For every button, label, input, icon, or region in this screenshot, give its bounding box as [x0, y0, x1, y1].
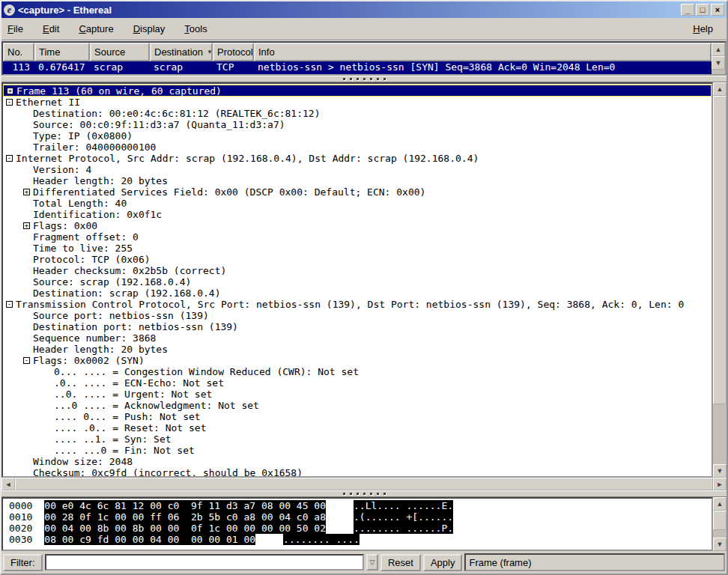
splitter-list-detail[interactable] — [1, 76, 727, 82]
titlebar[interactable]: e <capture> - Ethereal _ □ × — [1, 1, 727, 18]
tree-leaf[interactable]: Fragment offset: 0 — [3, 231, 712, 243]
column-header-source[interactable]: Source — [90, 43, 150, 61]
maximize-button[interactable]: □ — [696, 4, 709, 16]
column-header-destination[interactable]: Destination▼ — [150, 43, 213, 61]
hex-ascii-highlighted[interactable]: ..Ll.... ......E. — [354, 500, 453, 511]
column-header-protocol[interactable]: Protocol — [213, 43, 254, 61]
menu-display[interactable]: Display — [133, 23, 166, 34]
collapse-minus-icon[interactable]: - — [6, 155, 13, 162]
expand-plus-icon[interactable]: + — [23, 189, 30, 195]
filter-button[interactable]: Filter: — [3, 554, 43, 571]
tree-leaf[interactable]: .... 0... = Push: Not set — [3, 411, 712, 422]
scroll-thumb[interactable] — [713, 96, 727, 404]
tree-leaf[interactable]: Destination: scrap (192.168.0.4) — [3, 288, 712, 299]
tree-node[interactable]: -Flags: 0x0002 (SYN) — [3, 355, 712, 366]
menu-file[interactable]: File — [7, 23, 23, 34]
tree-leaf[interactable]: Window size: 2048 — [3, 456, 712, 467]
tree-node[interactable]: -Ethernet II — [3, 97, 712, 108]
hex-bytes-highlighted[interactable]: 00 28 0f 1c 00 00 ff 06 2b 5b c0 a8 00 0… — [44, 511, 326, 523]
hex-ascii-highlighted[interactable]: ........ ......P. — [354, 523, 453, 534]
hex-bytes-highlighted[interactable]: 00 e0 4c 6c 81 12 00 c0 9f 11 d3 a7 08 0… — [44, 500, 326, 511]
detail-vscrollbar[interactable]: ▲ ▼ — [713, 82, 727, 478]
protocol-tree-pane[interactable]: +Frame 113 (60 on wire, 60 captured)-Eth… — [1, 82, 713, 478]
scroll-track[interactable] — [713, 404, 727, 464]
tree-leaf[interactable]: Destination: 00:e0:4c:6c:81:12 (REALTEK_… — [3, 108, 712, 119]
hex-row[interactable]: 002000 04 00 8b 00 8b 00 00 0f 1c 00 00 … — [9, 523, 712, 534]
hex-row[interactable]: 001000 28 0f 1c 00 00 ff 06 2b 5b c0 a8 … — [9, 511, 712, 523]
scroll-track[interactable] — [713, 530, 727, 538]
tree-leaf[interactable]: Header checksum: 0x2b5b (correct) — [3, 265, 712, 276]
tree-leaf[interactable]: ...0 .... = Acknowledgment: Not set — [3, 400, 712, 411]
close-button[interactable]: × — [711, 4, 724, 16]
tree-node[interactable]: -Internet Protocol, Src Addr: scrap (192… — [3, 153, 712, 164]
tree-leaf[interactable]: .... ..1. = Syn: Set — [3, 433, 712, 445]
expand-plus-icon[interactable]: + — [23, 222, 30, 229]
scroll-thumb[interactable] — [713, 511, 727, 530]
hex-ascii-highlighted[interactable]: ........ .... — [283, 534, 360, 545]
collapse-minus-icon[interactable]: - — [6, 301, 13, 308]
scroll-left-icon[interactable]: ◄ — [1, 478, 15, 490]
hex-row[interactable]: 000000 e0 4c 6c 81 12 00 c0 9f 11 d3 a7 … — [9, 500, 712, 511]
scroll-down-icon[interactable]: ▼ — [713, 464, 727, 478]
column-header-info[interactable]: Info — [254, 43, 712, 61]
reset-button[interactable]: Reset — [380, 554, 421, 571]
tree-node[interactable]: +Frame 113 (60 on wire, 60 captured) — [3, 85, 712, 97]
tree-node[interactable]: +Differentiated Services Field: 0x00 (DS… — [3, 186, 712, 198]
tree-leaf[interactable]: Type: IP (0x0800) — [3, 130, 712, 142]
tree-leaf[interactable]: Time to live: 255 — [3, 243, 712, 254]
tree-leaf[interactable]: Version: 4 — [3, 164, 712, 175]
scroll-right-icon[interactable]: ► — [713, 478, 727, 490]
scroll-down-icon[interactable]: ▼ — [713, 538, 727, 551]
tree-leaf[interactable]: Source: 00:c0:9f:11:d3:a7 (Quanta_11:d3:… — [3, 119, 712, 130]
hex-bytes-highlighted[interactable]: 00 04 00 8b 00 8b 00 00 0f 1c 00 00 00 0… — [44, 523, 326, 534]
detail-hscrollbar[interactable]: ◄ ► — [1, 478, 727, 490]
tree-leaf[interactable]: Sequence number: 3868 — [3, 332, 712, 344]
tree-row-text: Header checksum: 0x2b5b (correct) — [33, 265, 226, 276]
scroll-up-icon[interactable]: ▲ — [713, 82, 727, 96]
menu-edit[interactable]: Edit — [43, 23, 59, 34]
tree-leaf[interactable]: ..0. .... = Urgent: Not set — [3, 389, 712, 400]
packet-row-selected[interactable]: 1130.676417scrapscrapTCPnetbios-ssn > ne… — [3, 61, 712, 74]
hex-bytes-highlighted[interactable]: 08 00 c9 fd 00 00 04 00 00 00 01 00 — [44, 534, 255, 545]
status-field: Frame (frame) — [464, 553, 725, 571]
scroll-thumb[interactable] — [15, 478, 713, 490]
filter-input[interactable] — [45, 554, 364, 571]
tree-leaf[interactable]: Checksum: 0xc9fd (incorrect, should be 0… — [3, 467, 712, 478]
column-header-time[interactable]: Time — [34, 43, 90, 61]
tree-leaf[interactable]: Trailer: 040000000100 — [3, 142, 712, 153]
tree-leaf[interactable]: Identification: 0x0f1c — [3, 209, 712, 220]
tree-leaf[interactable]: Header length: 20 bytes — [3, 344, 712, 355]
splitter-detail-hex[interactable] — [1, 490, 727, 497]
packet-list-vscrollbar[interactable]: ▲ ▼ — [712, 43, 725, 74]
column-header-no[interactable]: No. — [3, 43, 34, 61]
menu-help[interactable]: Help — [693, 23, 713, 34]
hex-ascii-highlighted[interactable]: .(...... +[...... — [354, 511, 453, 523]
tree-leaf[interactable]: Source: scrap (192.168.0.4) — [3, 276, 712, 288]
scroll-track[interactable] — [712, 70, 725, 74]
scroll-up-icon[interactable]: ▲ — [713, 497, 727, 511]
scroll-up-icon[interactable]: ▲ — [712, 43, 725, 56]
minimize-button[interactable]: _ — [681, 4, 694, 16]
menu-tools[interactable]: Tools — [184, 23, 207, 34]
hex-vscrollbar[interactable]: ▲ ▼ — [713, 497, 727, 551]
expand-plus-icon[interactable]: + — [7, 88, 13, 94]
menu-capture[interactable]: Capture — [79, 23, 113, 34]
tree-leaf[interactable]: Destination port: netbios-ssn (139) — [3, 321, 712, 332]
hex-dump-pane[interactable]: 000000 e0 4c 6c 81 12 00 c0 9f 11 d3 a7 … — [1, 497, 713, 551]
collapse-minus-icon[interactable]: - — [23, 357, 30, 364]
tree-leaf[interactable]: .0.. .... = ECN-Echo: Not set — [3, 377, 712, 389]
tree-leaf[interactable]: .... ...0 = Fin: Not set — [3, 445, 712, 456]
collapse-minus-icon[interactable]: - — [6, 99, 13, 106]
tree-leaf[interactable]: .... .0.. = Reset: Not set — [3, 422, 712, 433]
tree-node[interactable]: -Transmission Control Protocol, Src Port… — [3, 299, 712, 310]
tree-leaf[interactable]: 0... .... = Congestion Window Reduced (C… — [3, 366, 712, 377]
hex-row[interactable]: 003008 00 c9 fd 00 00 04 00 00 00 01 00.… — [9, 534, 712, 545]
tree-leaf[interactable]: Source port: netbios-ssn (139) — [3, 310, 712, 321]
apply-button[interactable]: Apply — [423, 554, 463, 571]
scroll-down-icon[interactable]: ▼ — [712, 56, 725, 70]
tree-node[interactable]: +Flags: 0x00 — [3, 220, 712, 231]
filter-dropdown-icon[interactable]: ▽ — [366, 554, 378, 571]
tree-leaf[interactable]: Total Length: 40 — [3, 198, 712, 209]
tree-leaf[interactable]: Protocol: TCP (0x06) — [3, 254, 712, 265]
tree-leaf[interactable]: Header length: 20 bytes — [3, 175, 712, 186]
